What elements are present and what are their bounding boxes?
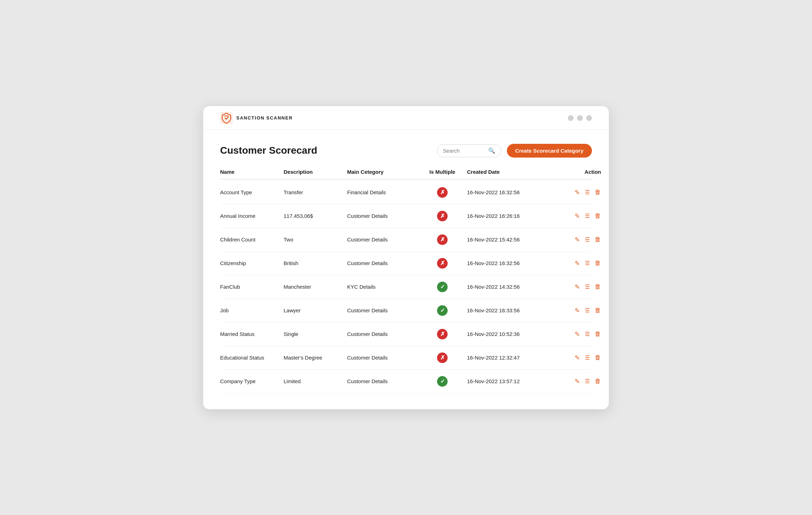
is-multiple-badge: ✓ [437, 305, 448, 316]
cell-created-date: 16-Nov-2022 15:42:56 [467, 237, 552, 243]
is-multiple-badge: ✗ [437, 258, 448, 269]
cell-main-category: Customer Details [347, 307, 418, 313]
delete-icon[interactable]: 🗑 [595, 354, 601, 361]
delete-icon[interactable]: 🗑 [595, 189, 601, 196]
table-header: Name Description Main Cetegory Is Multip… [220, 169, 592, 179]
cell-name: Citizenship [220, 260, 284, 266]
edit-icon[interactable]: ✎ [575, 378, 580, 385]
is-multiple-badge: ✗ [437, 352, 448, 363]
table-row: FanClub Manchester KYC Details ✓ 16-Nov-… [220, 275, 592, 299]
page-header: Customer Scorecard 🔍 Create Scorecard Ca… [220, 144, 592, 158]
settings-icon[interactable]: ☰ [585, 213, 590, 219]
cell-name: Children Count [220, 237, 284, 243]
cell-is-multiple: ✓ [418, 305, 467, 316]
window-controls [568, 115, 592, 121]
settings-icon[interactable]: ☰ [585, 189, 590, 196]
settings-icon[interactable]: ☰ [585, 307, 590, 314]
cell-action: ✎ ☰ 🗑 [552, 354, 601, 362]
delete-icon[interactable]: 🗑 [595, 283, 601, 290]
delete-icon[interactable]: 🗑 [595, 307, 601, 314]
cell-description: Transfer [284, 189, 347, 195]
cell-created-date: 16-Nov-2022 12:32:47 [467, 355, 552, 361]
cell-name: Married Status [220, 331, 284, 337]
scorecard-table: Name Description Main Cetegory Is Multip… [220, 169, 592, 393]
cell-created-date: 16-Nov-2022 16:32:56 [467, 260, 552, 266]
cell-created-date: 16-Nov-2022 16:26:16 [467, 213, 552, 219]
col-name: Name [220, 169, 284, 175]
cell-main-category: Customer Details [347, 213, 418, 219]
search-box[interactable]: 🔍 [437, 144, 501, 157]
cell-action: ✎ ☰ 🗑 [552, 378, 601, 385]
table-row: Citizenship British Customer Details ✗ 1… [220, 252, 592, 275]
is-multiple-badge: ✓ [437, 282, 448, 292]
delete-icon[interactable]: 🗑 [595, 236, 601, 243]
logo-text: SANCTION SCANNER [236, 115, 293, 121]
settings-icon[interactable]: ☰ [585, 283, 590, 290]
edit-icon[interactable]: ✎ [575, 283, 580, 291]
cell-action: ✎ ☰ 🗑 [552, 330, 601, 338]
cell-is-multiple: ✗ [418, 352, 467, 363]
cell-action: ✎ ☰ 🗑 [552, 189, 601, 196]
header-actions: 🔍 Create Scorecard Category [437, 144, 592, 158]
cell-name: Educational Status [220, 355, 284, 361]
edit-icon[interactable]: ✎ [575, 189, 580, 196]
cell-main-category: Customer Details [347, 378, 418, 384]
table-row: Educational Status Master's Degree Custo… [220, 346, 592, 370]
cell-main-category: Customer Details [347, 260, 418, 266]
cell-action: ✎ ☰ 🗑 [552, 283, 601, 291]
cell-name: FanClub [220, 284, 284, 290]
cell-main-category: Customer Details [347, 355, 418, 361]
delete-icon[interactable]: 🗑 [595, 330, 601, 338]
settings-icon[interactable]: ☰ [585, 378, 590, 385]
cell-main-category: KYC Details [347, 284, 418, 290]
table-row: Annual Income 117.453,06$ Customer Detai… [220, 204, 592, 228]
edit-icon[interactable]: ✎ [575, 212, 580, 220]
dot-1 [568, 115, 574, 121]
is-multiple-badge: ✓ [437, 376, 448, 387]
col-action: Action [552, 169, 601, 175]
edit-icon[interactable]: ✎ [575, 236, 580, 244]
search-icon: 🔍 [488, 147, 495, 154]
cell-description: Master's Degree [284, 355, 347, 361]
edit-icon[interactable]: ✎ [575, 259, 580, 267]
cell-is-multiple: ✓ [418, 282, 467, 292]
is-multiple-badge: ✗ [437, 187, 448, 198]
delete-icon[interactable]: 🗑 [595, 378, 601, 385]
content-area: Customer Scorecard 🔍 Create Scorecard Ca… [203, 130, 609, 409]
logo-icon [220, 112, 233, 124]
table-row: Married Status Single Customer Details ✗… [220, 323, 592, 346]
cell-is-multiple: ✗ [418, 234, 467, 245]
table-row: Company Type Limited Customer Details ✓ … [220, 370, 592, 393]
settings-icon[interactable]: ☰ [585, 331, 590, 337]
topbar: SANCTION SCANNER [203, 106, 609, 130]
is-multiple-badge: ✗ [437, 329, 448, 339]
edit-icon[interactable]: ✎ [575, 330, 580, 338]
create-scorecard-button[interactable]: Create Scorecard Category [507, 144, 592, 158]
delete-icon[interactable]: 🗑 [595, 259, 601, 267]
settings-icon[interactable]: ☰ [585, 260, 590, 266]
table-row: Children Count Two Customer Details ✗ 16… [220, 228, 592, 252]
cell-is-multiple: ✗ [418, 187, 467, 198]
cell-action: ✎ ☰ 🗑 [552, 307, 601, 314]
cell-name: Annual Income [220, 213, 284, 219]
settings-icon[interactable]: ☰ [585, 354, 590, 361]
col-is-multiple: Is Multiple [418, 169, 467, 175]
cell-action: ✎ ☰ 🗑 [552, 212, 601, 220]
cell-action: ✎ ☰ 🗑 [552, 259, 601, 267]
col-description: Description [284, 169, 347, 175]
edit-icon[interactable]: ✎ [575, 354, 580, 362]
col-created-date: Created Date [467, 169, 552, 175]
is-multiple-badge: ✗ [437, 234, 448, 245]
cell-is-multiple: ✗ [418, 211, 467, 221]
col-main-category: Main Cetegory [347, 169, 418, 175]
dot-2 [577, 115, 583, 121]
table-body: Account Type Transfer Financial Details … [220, 181, 592, 393]
cell-created-date: 16-Nov-2022 10:52:36 [467, 331, 552, 337]
search-input[interactable] [443, 148, 485, 154]
cell-created-date: 16-Nov-2022 16:33:56 [467, 307, 552, 313]
cell-action: ✎ ☰ 🗑 [552, 236, 601, 244]
settings-icon[interactable]: ☰ [585, 236, 590, 243]
cell-created-date: 16-Nov-2022 13:57:12 [467, 378, 552, 384]
edit-icon[interactable]: ✎ [575, 307, 580, 314]
delete-icon[interactable]: 🗑 [595, 212, 601, 220]
